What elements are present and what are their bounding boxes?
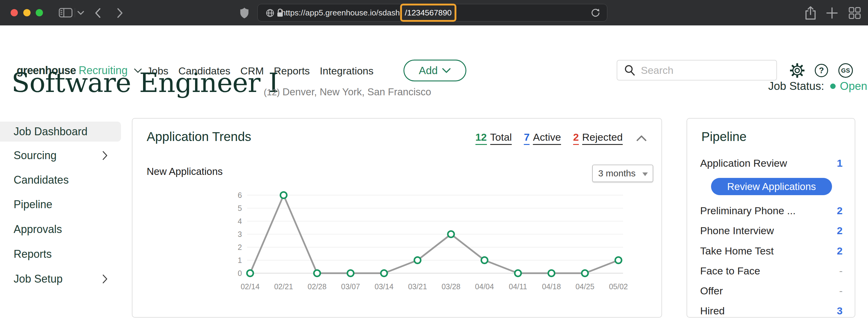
- svg-text:03/14: 03/14: [375, 282, 394, 291]
- application-trends-card: Application Trends 12 Total 7 Active 2 R…: [132, 118, 662, 318]
- sidebar-item-label: Sourcing: [13, 149, 57, 162]
- global-search: [617, 60, 777, 81]
- chevron-right-icon: [102, 274, 108, 284]
- chevron-right-icon: [102, 150, 108, 161]
- stat-active-value: 7: [524, 131, 530, 145]
- address-bar[interactable]: https://app5.greenhouse.io/sdash /123456…: [257, 4, 607, 22]
- range-dropdown-value: 3 months: [598, 168, 636, 179]
- help-icon[interactable]: ?: [815, 64, 828, 77]
- nav-item-reports[interactable]: Reports: [274, 65, 310, 77]
- svg-text:02/28: 02/28: [308, 282, 327, 291]
- svg-text:6: 6: [238, 191, 242, 200]
- stage-count[interactable]: 3: [837, 305, 843, 317]
- openings-count: (12): [264, 87, 280, 97]
- sidebar-toggle-icon[interactable]: [59, 8, 72, 18]
- svg-text:05/02: 05/02: [609, 282, 628, 291]
- stat-rejected-value: 2: [573, 131, 579, 145]
- stage-label: Offer: [700, 285, 723, 297]
- collapse-chevron-up-icon[interactable]: [636, 135, 647, 142]
- share-icon[interactable]: [805, 6, 816, 20]
- stage-count[interactable]: -: [839, 285, 843, 297]
- job-status-value: Open: [840, 80, 867, 93]
- svg-text:03/21: 03/21: [408, 282, 427, 291]
- add-chevron-down-icon: [442, 68, 451, 73]
- stat-total-link[interactable]: 12 Total: [475, 131, 512, 145]
- job-status: Job Status: Open: [768, 80, 867, 93]
- svg-text:03/07: 03/07: [341, 282, 360, 291]
- stage-label: Take Home Test: [700, 245, 774, 257]
- svg-text:1: 1: [238, 256, 242, 265]
- stat-rejected-link[interactable]: 2 Rejected: [573, 131, 623, 145]
- window-minimize-button[interactable]: [23, 9, 31, 16]
- stage-count[interactable]: 2: [837, 245, 843, 257]
- settings-gear-icon[interactable]: [790, 63, 805, 78]
- trends-chart: 012345602/1402/2102/2803/0703/1403/2103/…: [230, 188, 639, 297]
- website-globe-icon: [266, 9, 274, 17]
- pipeline-card: Pipeline Application Review 1 Review App…: [686, 118, 855, 318]
- stage-count[interactable]: -: [839, 265, 843, 277]
- reload-icon[interactable]: [591, 8, 600, 18]
- stage-label: Hired: [700, 305, 725, 317]
- sidebar-item-job-setup[interactable]: Job Setup: [0, 269, 121, 289]
- stage-count[interactable]: 2: [837, 205, 843, 217]
- content-blocker-shield-icon[interactable]: [240, 7, 249, 19]
- add-button[interactable]: Add: [403, 60, 466, 81]
- sidebar-item-label: Job Dashboard: [13, 125, 87, 138]
- sidebar-item-label: Pipeline: [13, 198, 52, 211]
- toolbar-divider: [75, 8, 75, 17]
- url-prefix: https://app5.greenhouse.io/sdash: [281, 8, 400, 18]
- stage-row-preliminary-phone: Preliminary Phone ... 2: [700, 204, 843, 217]
- url-highlight-annotation: /1234567890: [400, 4, 456, 22]
- sidebar-item-sourcing[interactable]: Sourcing: [0, 146, 121, 166]
- stat-active-label: Active: [533, 131, 561, 145]
- search-input[interactable]: [641, 64, 756, 76]
- sidebar-item-label: Approvals: [13, 223, 62, 236]
- forward-button-icon[interactable]: [117, 8, 123, 18]
- stage-count[interactable]: 2: [837, 225, 843, 237]
- stat-total-value: 12: [475, 131, 487, 145]
- new-tab-plus-icon[interactable]: [826, 7, 838, 19]
- stage-row-face-to-face: Face to Face -: [700, 264, 843, 277]
- browser-toolbar: https://app5.greenhouse.io/sdash /123456…: [0, 0, 868, 25]
- sidebar-item-candidates[interactable]: Candidates: [0, 170, 121, 190]
- app-navbar: greenhouse Recruiting Jobs Candidates CR…: [0, 25, 868, 65]
- window-zoom-button[interactable]: [36, 9, 43, 16]
- sidebar-chevron-down-icon[interactable]: [77, 10, 84, 15]
- trends-stats: 12 Total 7 Active 2 Rejected: [475, 131, 647, 145]
- stat-active-link[interactable]: 7 Active: [524, 131, 561, 145]
- sidebar-item-label: Job Setup: [13, 273, 63, 285]
- dropdown-arrow-icon: [642, 173, 648, 176]
- sidebar-item-pipeline[interactable]: Pipeline: [0, 194, 121, 214]
- range-dropdown[interactable]: 3 months: [592, 164, 653, 182]
- tab-overview-icon[interactable]: [849, 7, 861, 19]
- svg-text:04/25: 04/25: [576, 282, 595, 291]
- window-close-button[interactable]: [10, 9, 18, 16]
- chart-series-label: New Applications: [147, 166, 223, 177]
- greenhouse-app: https://app5.greenhouse.io/sdash /123456…: [0, 0, 868, 331]
- review-applications-button[interactable]: Review Applications: [711, 178, 832, 195]
- nav-item-integrations[interactable]: Integrations: [320, 65, 373, 77]
- add-button-label: Add: [419, 64, 438, 77]
- stat-total-label: Total: [490, 131, 512, 145]
- search-icon: [624, 64, 636, 76]
- stat-rejected-label: Rejected: [582, 131, 623, 145]
- trends-card-title: Application Trends: [147, 129, 251, 144]
- url-text: https://app5.greenhouse.io/sdash /123456…: [281, 4, 456, 22]
- user-avatar[interactable]: GS: [838, 63, 853, 78]
- pipeline-card-title: Pipeline: [701, 129, 746, 144]
- back-button-icon[interactable]: [94, 8, 101, 18]
- stage-label: Face to Face: [700, 265, 760, 277]
- svg-text:04/11: 04/11: [509, 282, 527, 291]
- status-dot-icon: [830, 84, 836, 89]
- svg-text:02/21: 02/21: [274, 282, 293, 291]
- sidebar-item-label: Reports: [13, 248, 52, 261]
- svg-text:3: 3: [238, 230, 242, 238]
- sidebar-item-approvals[interactable]: Approvals: [0, 219, 121, 239]
- sidebar-item-reports[interactable]: Reports: [0, 244, 121, 264]
- stage-count[interactable]: 1: [837, 157, 843, 169]
- sidebar-item-job-dashboard[interactable]: Job Dashboard: [0, 122, 121, 142]
- svg-text:04/18: 04/18: [542, 282, 561, 291]
- job-status-label: Job Status:: [768, 80, 824, 93]
- stage-row-phone-interview: Phone Interview 2: [700, 224, 843, 237]
- stage-row-hired: Hired 3: [700, 304, 843, 318]
